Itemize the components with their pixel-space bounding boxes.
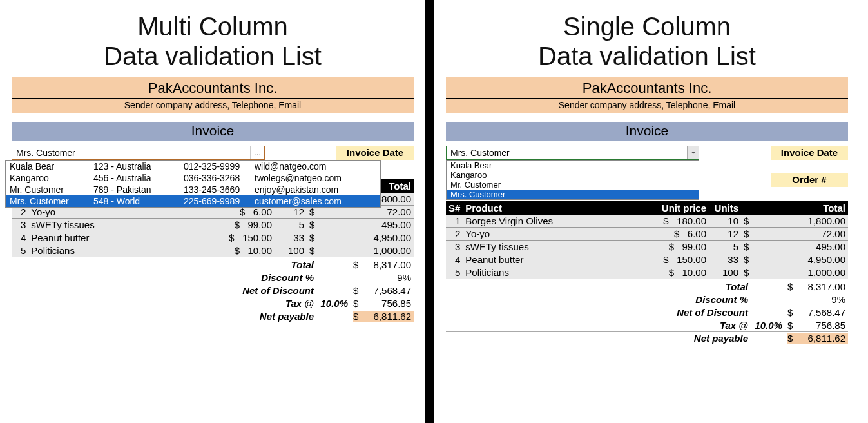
dropdown-option[interactable]: Mr. Customer789 - Pakistan133-245-3669en…	[6, 184, 380, 195]
col-product: Product	[463, 201, 651, 215]
cell-product: sWETy tissues	[463, 241, 651, 253]
cell-total: 1,000.00	[317, 244, 414, 257]
cell-currency: $	[741, 215, 751, 228]
table-row[interactable]: 5Politicians$ 10.00100$1,000.00	[12, 244, 414, 257]
dropdown-option[interactable]: Mrs. Customer	[447, 190, 699, 199]
cell-sn: 5	[446, 266, 463, 279]
dropdown-button[interactable]	[687, 146, 699, 159]
customer-combo[interactable]: Kuala BearKangarooMr. CustomerMrs. Custo…	[446, 146, 699, 187]
table-row[interactable]: 3sWETy tissues$ 99.005$495.00	[446, 241, 848, 253]
dropdown-button[interactable]: …	[250, 146, 264, 159]
cell-sn: 4	[12, 231, 28, 244]
option-phone: 133-245-3669	[184, 184, 255, 195]
title-line2: Data validation List	[104, 42, 322, 70]
title-line2: Data validation List	[538, 42, 756, 70]
cell-currency: $	[307, 231, 317, 244]
cell-units: 100	[709, 266, 741, 279]
net-discount-label: Net of Discount	[446, 307, 752, 318]
invoice-heading: Invoice	[446, 122, 848, 141]
table-row[interactable]: 3sWETy tissues$ 99.005$495.00	[12, 219, 414, 231]
cell-total: 1,000.00	[751, 266, 848, 279]
cell-sn: 1	[446, 215, 463, 228]
cell-units: 33	[709, 253, 741, 266]
pane-title: Single Column Data validation List	[446, 12, 848, 71]
company-name: PakAccountants Inc.	[446, 77, 848, 98]
cell-unit-price: $ 150.00	[217, 231, 275, 244]
cell-units: 10	[709, 215, 741, 228]
dropdown-option[interactable]: Kangaroo	[447, 170, 699, 180]
cell-unit-price: $ 180.00	[651, 215, 709, 228]
tax-rate: 10.0%	[752, 320, 787, 331]
cell-product: sWETy tissues	[28, 219, 217, 231]
cell-currency: $	[741, 253, 751, 266]
customer-input[interactable]	[447, 146, 687, 159]
table-row[interactable]: 1Borges Virgin Olives$ 180.0010$1,800.00	[446, 215, 848, 228]
dropdown-option[interactable]: Mr. Customer	[447, 180, 699, 190]
cell-units: 100	[275, 244, 307, 257]
cell-total: 4,950.00	[751, 253, 848, 266]
customer-input[interactable]	[12, 146, 250, 159]
title-line1: Single Column	[563, 12, 731, 41]
company-band: PakAccountants Inc.	[446, 77, 848, 99]
net-payable-label: Net payable	[12, 311, 318, 322]
cell-unit-price: $ 10.00	[217, 244, 275, 257]
dropdown-option[interactable]: Kuala Bear123 - Australia012-325-9999wil…	[6, 161, 380, 172]
cell-product: Politicians	[28, 244, 217, 257]
net-discount-value: 7,568.47	[362, 285, 414, 296]
discount-label: Discount %	[12, 272, 318, 283]
option-email: enjoy@pakistan.com	[255, 184, 376, 195]
option-name: Kangaroo	[10, 173, 93, 183]
invoice-date-label: Invoice Date	[336, 146, 414, 160]
company-sub: Sender company address, Telephone, Email	[446, 99, 848, 113]
invoice-table: S# Product Unit price Units Total 1Borge…	[446, 201, 848, 279]
net-discount-label: Net of Discount	[12, 285, 318, 296]
cell-product: Borges Virgin Olives	[463, 215, 651, 228]
discount-value: 9%	[362, 272, 414, 283]
customer-combo[interactable]: … Kuala Bear123 - Australia012-325-9999w…	[12, 146, 265, 160]
discount-label: Discount %	[446, 294, 752, 305]
cell-unit-price: $ 99.00	[217, 219, 275, 231]
customer-dropdown-list[interactable]: Kuala Bear123 - Australia012-325-9999wil…	[5, 160, 381, 208]
customer-dropdown-list[interactable]: Kuala BearKangarooMr. CustomerMrs. Custo…	[446, 160, 699, 200]
pane-divider	[425, 0, 434, 423]
option-name: Kuala Bear	[10, 161, 93, 172]
discount-value: 9%	[796, 294, 848, 305]
cell-sn: 3	[446, 241, 463, 253]
table-row[interactable]: 2Yo-yo$ 6.0012$72.00	[446, 228, 848, 241]
cell-sn: 5	[12, 244, 28, 257]
table-row[interactable]: 4Peanut butter$ 150.0033$4,950.00	[446, 253, 848, 266]
cell-unit-price: $ 150.00	[651, 253, 709, 266]
dropdown-option[interactable]: Mrs. Customer548 - World225-669-9989cust…	[6, 195, 380, 207]
cell-sn: 2	[446, 228, 463, 241]
option-email: wild@natgeo.com	[255, 161, 376, 172]
option-phone: 012-325-9999	[184, 161, 255, 172]
dropdown-option[interactable]: Kangaroo456 - Australia036-336-3268twole…	[6, 172, 380, 184]
chevron-down-icon	[691, 150, 696, 155]
cell-unit-price: $ 6.00	[651, 228, 709, 241]
cell-currency: $	[307, 244, 317, 257]
cell-units: 12	[709, 228, 741, 241]
cell-product: Peanut butter	[463, 253, 651, 266]
table-row[interactable]: 4Peanut butter$ 150.0033$4,950.00	[12, 231, 414, 244]
cell-total: 4,950.00	[317, 231, 414, 244]
totals-block: Total $ 8,317.00 Discount % 9% Net of Di…	[12, 259, 414, 322]
cell-total: 495.00	[751, 241, 848, 253]
net-payable-label: Net payable	[446, 333, 752, 344]
cell-product: Politicians	[463, 266, 651, 279]
cell-sn: 4	[446, 253, 463, 266]
invoice-date-label: Invoice Date	[771, 146, 848, 160]
pane-single-column: Single Column Data validation List PakAc…	[434, 0, 860, 423]
cell-currency: $	[741, 241, 751, 253]
tax-label: Tax @	[12, 298, 318, 309]
net-payable-value: 6,811.62	[362, 311, 414, 322]
total-label: Total	[12, 259, 318, 270]
dropdown-option[interactable]: Kuala Bear	[447, 161, 699, 170]
cell-total: 1,800.00	[751, 215, 848, 228]
cell-units: 33	[275, 231, 307, 244]
table-row[interactable]: 5Politicians$ 10.00100$1,000.00	[446, 266, 848, 279]
cell-unit-price: $ 10.00	[651, 266, 709, 279]
option-phone: 036-336-3268	[184, 173, 255, 183]
option-address: 456 - Australia	[93, 173, 184, 183]
option-name: Mrs. Customer	[10, 196, 93, 206]
col-total: Total	[741, 201, 848, 215]
